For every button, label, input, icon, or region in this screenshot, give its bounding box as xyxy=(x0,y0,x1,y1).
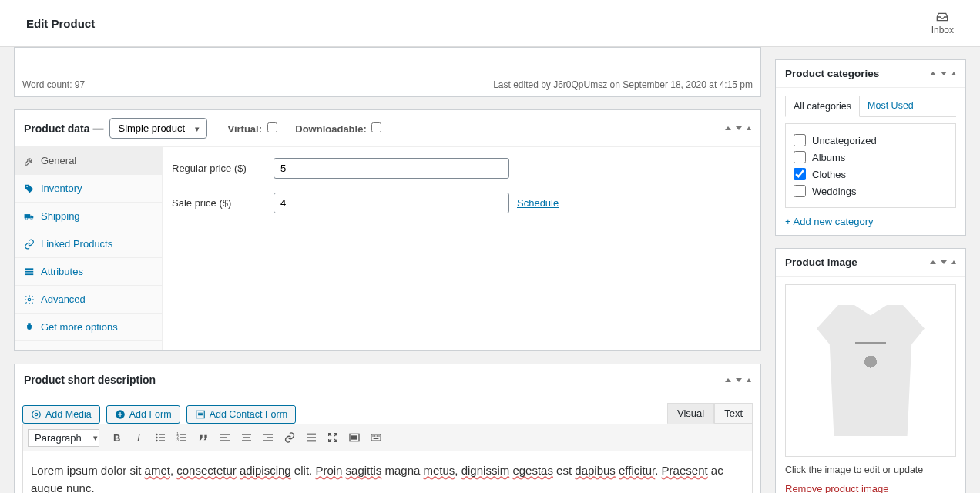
svg-rect-24 xyxy=(220,434,230,434)
page-title: Edit Product xyxy=(26,17,95,30)
inbox-button[interactable]: Inbox xyxy=(931,11,954,35)
expand-icon xyxy=(348,431,361,444)
svg-rect-37 xyxy=(351,435,357,439)
product-data-tabs: General Inventory Shipping Linked Produc… xyxy=(15,147,163,350)
list-icon xyxy=(24,267,35,277)
read-more-button[interactable] xyxy=(301,428,321,448)
category-checkbox[interactable] xyxy=(794,134,806,146)
top-bar: Edit Product Inbox xyxy=(0,0,980,47)
downloadable-checkbox[interactable] xyxy=(371,122,381,132)
distraction-free-button[interactable] xyxy=(344,428,364,448)
product-type-select[interactable]: Simple product xyxy=(109,118,207,139)
svg-rect-28 xyxy=(243,437,250,438)
plug-icon xyxy=(24,322,35,333)
category-tabs: All categories Most Used xyxy=(785,96,956,117)
add-media-button[interactable]: Add Media xyxy=(22,405,100,424)
visual-tab[interactable]: Visual xyxy=(667,403,714,424)
align-left-button[interactable] xyxy=(215,428,235,448)
svg-rect-27 xyxy=(242,434,251,434)
panel-move-down-icon[interactable] xyxy=(941,72,947,75)
last-edited: Last edited by J6r0QpUmsz on September 1… xyxy=(493,79,753,90)
tab-inventory[interactable]: Inventory xyxy=(15,175,162,203)
numbered-list-icon: 123 xyxy=(176,431,188,444)
svg-rect-25 xyxy=(220,437,227,438)
downloadable-label: Downloadable: xyxy=(295,123,381,135)
bullet-list-icon xyxy=(154,431,166,444)
schedule-link[interactable]: Schedule xyxy=(517,197,559,209)
svg-rect-39 xyxy=(372,435,373,436)
tab-advanced[interactable]: Advanced xyxy=(15,286,162,314)
media-buttons: Add Media Add Form Add Contact Form xyxy=(15,397,304,424)
panel-toggle-icon[interactable] xyxy=(747,126,751,130)
editor-content[interactable]: Lorem ipsum dolor sit amet, consectetur … xyxy=(22,451,753,493)
category-item[interactable]: Albums xyxy=(794,149,948,166)
blockquote-button[interactable] xyxy=(193,428,213,448)
svg-rect-38 xyxy=(371,434,381,441)
italic-button[interactable]: I xyxy=(129,428,149,448)
category-item[interactable]: Clothes xyxy=(794,166,948,183)
panel-toggle-icon[interactable] xyxy=(951,260,956,264)
svg-point-8 xyxy=(32,411,41,419)
category-checkbox[interactable] xyxy=(794,185,806,197)
keyboard-icon xyxy=(370,431,382,444)
panel-move-up-icon[interactable] xyxy=(930,260,936,264)
tshirt-image xyxy=(817,305,925,436)
media-icon xyxy=(31,409,42,420)
svg-rect-26 xyxy=(220,440,230,441)
product-data-panel: Product data — Simple product Virtual: D… xyxy=(14,109,761,351)
category-item[interactable]: Weddings xyxy=(794,183,948,200)
link-icon xyxy=(284,431,296,444)
tab-general[interactable]: General xyxy=(15,147,162,175)
category-checkbox[interactable] xyxy=(794,168,806,180)
toolbar-toggle-button[interactable] xyxy=(366,428,386,448)
panel-move-down-icon[interactable] xyxy=(941,260,947,264)
bullet-list-button[interactable] xyxy=(150,428,170,448)
align-center-button[interactable] xyxy=(237,428,257,448)
svg-point-14 xyxy=(156,437,158,439)
virtual-checkbox[interactable] xyxy=(267,122,277,132)
tab-attributes[interactable]: Attributes xyxy=(15,258,162,286)
tab-linked-products[interactable]: Linked Products xyxy=(15,230,162,258)
add-form-button[interactable]: Add Form xyxy=(106,405,180,424)
fullscreen-button[interactable] xyxy=(323,428,343,448)
svg-rect-6 xyxy=(25,273,34,275)
quote-icon xyxy=(197,431,210,444)
most-used-tab[interactable]: Most Used xyxy=(860,96,921,116)
panel-move-down-icon[interactable] xyxy=(736,378,742,382)
tab-shipping[interactable]: Shipping xyxy=(15,203,162,230)
numbered-list-button[interactable]: 123 xyxy=(172,428,192,448)
panel-toggle-icon[interactable] xyxy=(951,72,956,75)
svg-rect-31 xyxy=(267,437,273,438)
panel-move-up-icon[interactable] xyxy=(725,378,731,382)
editor-fragment-top xyxy=(14,47,761,73)
link-button[interactable] xyxy=(280,428,300,448)
editor-toolbar: Paragraph B I 123 xyxy=(22,424,753,451)
product-data-title: Product data — xyxy=(24,122,103,135)
regular-price-input[interactable] xyxy=(274,158,509,179)
add-new-category-link[interactable]: + Add new category xyxy=(785,216,956,227)
align-right-button[interactable] xyxy=(258,428,278,448)
panel-move-down-icon[interactable] xyxy=(736,126,742,130)
product-image-thumbnail[interactable] xyxy=(785,284,956,457)
svg-point-16 xyxy=(156,440,158,442)
category-item[interactable]: Uncategorized xyxy=(794,132,948,149)
panel-move-up-icon[interactable] xyxy=(930,72,936,75)
svg-rect-23 xyxy=(180,440,186,441)
sale-price-input[interactable] xyxy=(274,193,509,213)
svg-rect-21 xyxy=(180,437,186,438)
add-contact-form-button[interactable]: Add Contact Form xyxy=(186,405,296,424)
bold-button[interactable]: B xyxy=(107,428,127,448)
svg-rect-33 xyxy=(307,434,316,435)
tab-get-more-options[interactable]: Get more options xyxy=(15,314,162,341)
all-categories-tab[interactable]: All categories xyxy=(785,96,860,117)
paragraph-select[interactable]: Paragraph xyxy=(28,429,99,447)
editor-mode-tabs: Visual Text xyxy=(667,395,760,424)
category-checkbox[interactable] xyxy=(794,151,806,163)
contact-form-icon xyxy=(195,409,206,420)
panel-toggle-icon[interactable] xyxy=(747,378,751,382)
regular-price-label: Regular price ($) xyxy=(172,163,274,174)
text-tab[interactable]: Text xyxy=(714,403,753,424)
remove-product-image-link[interactable]: Remove product image xyxy=(785,483,888,493)
panel-move-up-icon[interactable] xyxy=(725,126,731,130)
short-description-panel: Product short description Add Media Add … xyxy=(14,364,761,493)
